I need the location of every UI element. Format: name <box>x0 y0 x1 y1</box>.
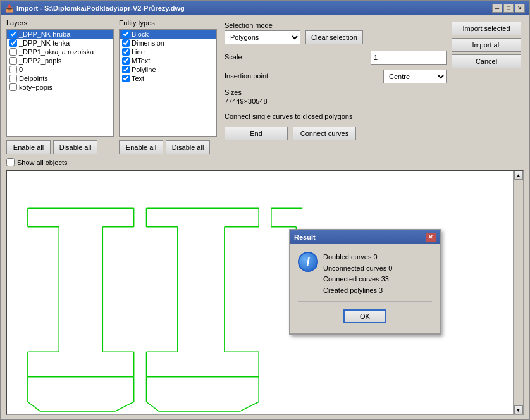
entity-disable-all[interactable]: Disable all <box>166 140 210 154</box>
selection-mode-label: Selection mode <box>225 22 447 29</box>
end-connect-row: End Connect curves <box>225 127 447 140</box>
layer-item[interactable]: Delpoints <box>7 74 113 83</box>
result-line: Connected curves 33 <box>323 274 392 285</box>
svg-line-31 <box>115 402 134 411</box>
layers-enable-all[interactable]: Enable all <box>6 140 51 154</box>
left-cross-section <box>28 208 134 377</box>
selection-mode-select[interactable]: Polygons <box>225 30 300 44</box>
maximize-button[interactable]: □ <box>503 4 514 13</box>
show-all-objects-label: Show all objects <box>17 159 68 166</box>
connect-curves-label: Connect single curves to closed polygons <box>225 113 447 120</box>
result-text: Doubled curves 0Unconnected curves 0Conn… <box>323 252 392 296</box>
selection-mode-section: Selection mode Polygons Clear selection <box>225 22 447 44</box>
main-window: 📥 Import - S:\Diplomka\Podklady\opr-V2-P… <box>0 0 530 420</box>
scale-input[interactable] <box>371 51 447 65</box>
svg-line-29 <box>28 402 40 411</box>
show-all-objects-checkbox[interactable] <box>6 158 15 166</box>
result-content: i Doubled curves 0Unconnected curves 0Co… <box>290 244 440 333</box>
ok-button[interactable]: OK <box>343 309 386 323</box>
selection-config: Selection mode Polygons Clear selection … <box>222 19 449 154</box>
entity-btn-row: Enable all Disable all <box>119 140 217 154</box>
scroll-track <box>514 180 523 405</box>
vertical-scrollbar[interactable]: ▲ ▼ <box>513 171 523 414</box>
top-section: Layers _DPP_NK hruba_DPP_NK tenka_DPP1_o… <box>6 19 524 154</box>
layers-panel: Layers _DPP_NK hruba_DPP_NK tenka_DPP1_o… <box>6 19 114 154</box>
layer-item[interactable]: 0 <box>7 65 113 74</box>
layers-disable-all[interactable]: Disable all <box>53 140 97 154</box>
clear-selection-button[interactable]: Clear selection <box>305 30 363 44</box>
entity-item[interactable]: Dimension <box>120 39 216 47</box>
drawing-svg <box>7 171 523 414</box>
entity-item[interactable]: Block <box>120 30 216 39</box>
insertion-dropdown-wrapper: Centre <box>383 70 447 83</box>
selection-mode-dropdown-wrapper: Polygons <box>225 30 300 44</box>
insertion-point-label: Insertion point <box>225 72 268 80</box>
drawing-area: ▲ ▼ <box>6 170 524 415</box>
layer-item[interactable]: _DPP_NK hruba <box>7 30 113 39</box>
result-info-row: i Doubled curves 0Unconnected curves 0Co… <box>298 252 432 296</box>
entity-item[interactable]: Polyline <box>120 65 216 74</box>
svg-line-34 <box>146 402 159 411</box>
selection-mode-row: Polygons Clear selection <box>225 30 447 44</box>
result-ok-row: OK <box>298 307 432 326</box>
sizes-value: 77449×30548 <box>225 97 447 105</box>
layer-item[interactable]: _DPP2_popis <box>7 56 113 65</box>
entity-item[interactable]: Line <box>120 47 216 56</box>
result-close-button[interactable]: ✕ <box>426 233 436 242</box>
layers-label: Layers <box>6 19 114 27</box>
minimize-button[interactable]: ─ <box>492 4 502 13</box>
import-all-button[interactable]: Import all <box>452 38 521 52</box>
layers-listbox[interactable]: _DPP_NK hruba_DPP_NK tenka_DPP1_okraj a … <box>6 29 114 137</box>
layer-item[interactable]: _DPP1_okraj a rozpiska <box>7 47 113 56</box>
sizes-label: Sizes <box>225 89 447 96</box>
info-icon: i <box>298 252 318 272</box>
end-button[interactable]: End <box>225 127 288 140</box>
top-right-actions: Import selected Import all Cancel <box>449 19 524 154</box>
dialog-content: Layers _DPP_NK hruba_DPP_NK tenka_DPP1_o… <box>1 15 529 419</box>
title-bar: 📥 Import - S:\Diplomka\Podklady\opr-V2-P… <box>1 1 529 15</box>
insertion-point-select[interactable]: Centre <box>383 70 447 83</box>
show-all-objects-row: Show all objects <box>6 158 524 166</box>
scale-label: Scale <box>225 53 242 61</box>
sizes-section: Sizes 77449×30548 <box>225 89 447 106</box>
connect-curves-button[interactable]: Connect curves <box>293 127 356 140</box>
import-selected-button[interactable]: Import selected <box>452 22 521 35</box>
result-title-bar: Result ✕ <box>290 230 440 244</box>
entity-types-panel: Entity types BlockDimensionLineMTextPoly… <box>119 19 217 154</box>
title-bar-controls: ─ □ ✕ <box>492 4 525 13</box>
insertion-row: Insertion point Centre <box>225 70 447 83</box>
layer-item[interactable]: _DPP_NK tenka <box>7 39 113 47</box>
entity-item[interactable]: MText <box>120 56 216 65</box>
layer-item[interactable]: koty+popis <box>7 83 113 92</box>
bottom-shapes <box>28 377 259 411</box>
result-dialog: Result ✕ i Doubled curves 0Unconnected c… <box>289 229 441 335</box>
app-icon: 📥 <box>5 4 14 13</box>
entity-enable-all[interactable]: Enable all <box>119 140 163 154</box>
result-line: Unconnected curves 0 <box>323 263 392 275</box>
layers-btn-row: Enable all Disable all <box>6 140 114 154</box>
entity-item[interactable]: Text <box>120 74 216 83</box>
middle-cross-section <box>146 208 259 377</box>
title-bar-left: 📥 Import - S:\Diplomka\Podklady\opr-V2-P… <box>5 4 185 13</box>
scroll-down-button[interactable]: ▼ <box>514 405 523 414</box>
scroll-up-button[interactable]: ▲ <box>514 171 523 180</box>
entity-types-listbox[interactable]: BlockDimensionLineMTextPolylineText <box>119 29 217 137</box>
svg-line-36 <box>240 402 259 411</box>
entity-types-label: Entity types <box>119 19 217 27</box>
window-title: Import - S:\Diplomka\Podklady\opr-V2-Prů… <box>16 4 185 12</box>
scale-row: Scale <box>225 51 447 65</box>
result-divider <box>298 301 432 302</box>
result-line: Doubled curves 0 <box>323 252 392 263</box>
result-line: Created polylines 3 <box>323 285 392 297</box>
result-title: Result <box>294 233 316 241</box>
close-button[interactable]: ✕ <box>515 4 525 13</box>
cancel-button[interactable]: Cancel <box>452 54 521 68</box>
